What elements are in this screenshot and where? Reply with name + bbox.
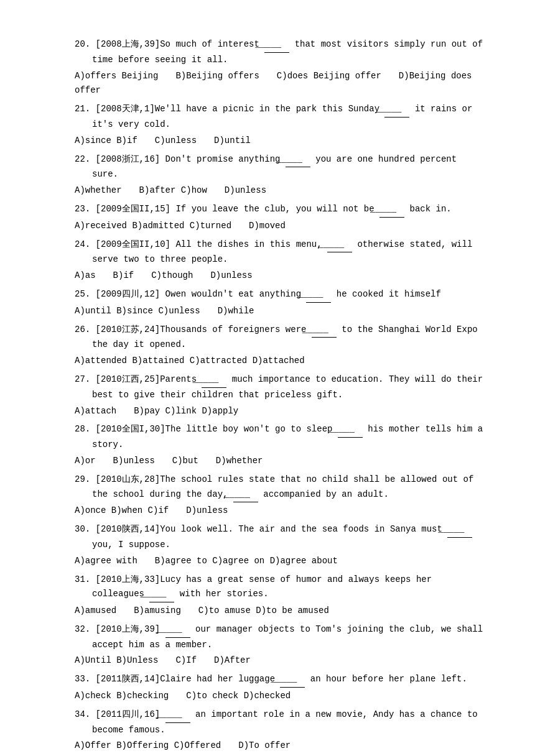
blank: _____ — [312, 323, 337, 338]
question-text-20: 20. [2008上海,39]So much of interest _____… — [75, 37, 485, 68]
question-block-28: 28. [2010全国I,30]The little boy won't go … — [75, 422, 485, 468]
blank: _____ — [233, 487, 258, 503]
question-block-21: 21. [2008天津,1]We'll have a picnic in the… — [75, 102, 485, 148]
question-block-30: 30. [2010陕西,14]You look well. The air an… — [75, 522, 485, 568]
question-text-21: 21. [2008天津,1]We'll have a picnic in the… — [75, 102, 485, 132]
question-text-31: 31. [2010上海,33]Lucy has a great sense of… — [75, 573, 485, 603]
question-text-32: 32. [2010上海,39] _____ our manager object… — [75, 622, 485, 653]
question-block-22: 22. [2008浙江,16] Don't promise anything _… — [75, 152, 485, 198]
blank: _____ — [165, 708, 190, 723]
blank: _____ — [384, 102, 409, 118]
question-text-30: 30. [2010陕西,14]You look well. The air an… — [75, 522, 485, 553]
question-block-27: 27. [2010江西,25]Parents _____ much import… — [75, 372, 485, 418]
question-text-27: 27. [2010江西,25]Parents _____ much import… — [75, 372, 485, 403]
blank: _____ — [280, 672, 305, 688]
question-block-23: 23. [2009全国II,15] If you leave the club,… — [75, 202, 485, 234]
question-block-33: 33. [2011陕西,14]Claire had her luggage __… — [75, 672, 485, 704]
blank: _____ — [165, 622, 190, 638]
question-text-23: 23. [2009全国II,15] If you leave the club,… — [75, 202, 485, 218]
options-line-22: A)whether B)after C)how D)unless — [75, 183, 485, 198]
blank: _____ — [286, 152, 310, 168]
options-line-33: A)check B)checking C)to check D)checked — [75, 689, 485, 704]
blank: _____ — [149, 587, 174, 602]
options-line-32: A)Until B)Unless C)If D)After — [75, 653, 485, 668]
blank: _____ — [379, 202, 404, 218]
question-text-29: 29. [2010山东,28]The school rules state th… — [75, 472, 485, 503]
options-line-31: A)amused B)amusing C)to amuse D)to be am… — [75, 604, 485, 619]
question-block-32: 32. [2010上海,39] _____ our manager object… — [75, 622, 485, 668]
options-line-27: A)attach B)pay C)link D)apply — [75, 404, 485, 419]
question-block-25: 25. [2009四川,12] Owen wouldn't eat anythi… — [75, 287, 485, 319]
question-text-26: 26. [2010江苏,24]Thousands of foreigners w… — [75, 323, 485, 353]
question-block-24: 24. [2009全国II,10] All the dishes in this… — [75, 237, 485, 284]
options-line-26: A)attended B)attained C)attracted D)atta… — [75, 354, 485, 369]
options-line-29: A)once B)when C)if D)unless — [75, 504, 485, 519]
options-line-20: A)offers Beijing B)Beijing offers C)does… — [75, 69, 485, 99]
options-line-23: A)received B)admitted C)turned D)moved — [75, 219, 485, 234]
question-block-34: 34. [2011四川,16] _____ an important role … — [75, 708, 485, 754]
question-text-25: 25. [2009四川,12] Owen wouldn't eat anythi… — [75, 287, 485, 303]
question-text-22: 22. [2008浙江,16] Don't promise anything _… — [75, 152, 485, 183]
question-block-29: 29. [2010山东,28]The school rules state th… — [75, 472, 485, 519]
blank: _____ — [447, 522, 472, 538]
question-text-24: 24. [2009全国II,10] All the dishes in this… — [75, 237, 485, 268]
blank: _____ — [202, 372, 226, 388]
question-block-20: 20. [2008上海,39]So much of interest _____… — [75, 37, 485, 98]
options-line-24: A)as B)if C)though D)unless — [75, 269, 485, 284]
blank: _____ — [338, 422, 363, 438]
options-line-28: A)or B)unless C)but D)whether — [75, 454, 485, 469]
main-content: 20. [2008上海,39]So much of interest _____… — [75, 37, 485, 756]
question-block-31: 31. [2010上海,33]Lucy has a great sense of… — [75, 573, 485, 619]
blank: _____ — [264, 37, 289, 53]
options-line-21: A)since B)if C)unless D)until — [75, 134, 485, 149]
options-line-34: A)Offer B)Offering C)Offered D)To offer — [75, 739, 485, 754]
blank: _____ — [327, 237, 352, 253]
question-block-26: 26. [2010江苏,24]Thousands of foreigners w… — [75, 323, 485, 369]
options-line-30: A)agree with B)agree to C)agree on D)agr… — [75, 554, 485, 569]
question-text-33: 33. [2011陕西,14]Claire had her luggage __… — [75, 672, 485, 688]
blank: _____ — [306, 287, 331, 303]
options-line-25: A)until B)since C)unless D)while — [75, 304, 485, 319]
question-text-28: 28. [2010全国I,30]The little boy won't go … — [75, 422, 485, 453]
question-text-34: 34. [2011四川,16] _____ an important role … — [75, 708, 485, 738]
